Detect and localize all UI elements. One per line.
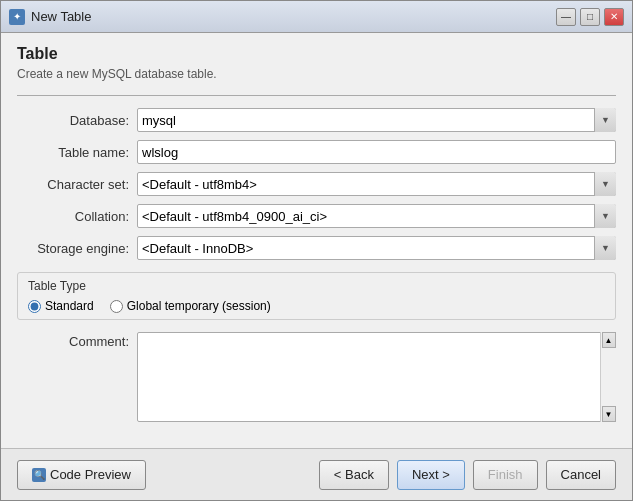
storage-engine-select[interactable]: <Default - InnoDB>: [137, 236, 616, 260]
database-label: Database:: [17, 113, 137, 128]
cancel-button[interactable]: Cancel: [546, 460, 616, 490]
character-set-select[interactable]: <Default - utf8mb4>: [137, 172, 616, 196]
radio-standard[interactable]: [28, 300, 41, 313]
minimize-button[interactable]: —: [556, 8, 576, 26]
code-preview-label: Code Preview: [50, 467, 131, 482]
back-label: < Back: [334, 467, 374, 482]
collation-select[interactable]: <Default - utf8mb4_0900_ai_ci>: [137, 204, 616, 228]
collation-row: Collation: <Default - utf8mb4_0900_ai_ci…: [17, 204, 616, 228]
dialog-content: Table Create a new MySQL database table.…: [1, 33, 632, 448]
maximize-button[interactable]: □: [580, 8, 600, 26]
section-description: Create a new MySQL database table.: [17, 67, 616, 81]
scrollbar: ▲ ▼: [600, 332, 616, 422]
title-bar: ✦ New Table — □ ✕: [1, 1, 632, 33]
radio-standard-label[interactable]: Standard: [28, 299, 94, 313]
character-set-label: Character set:: [17, 177, 137, 192]
button-bar: 🔍 Code Preview < Back Next > Finish Canc…: [1, 448, 632, 500]
collation-label: Collation:: [17, 209, 137, 224]
finish-button[interactable]: Finish: [473, 460, 538, 490]
next-label: Next >: [412, 467, 450, 482]
table-type-title: Table Type: [28, 279, 605, 293]
scroll-up-button[interactable]: ▲: [602, 332, 616, 348]
collation-select-wrapper: <Default - utf8mb4_0900_ai_ci> ▼: [137, 204, 616, 228]
form-area: Database: mysql ▼ Table name: Character …: [17, 95, 616, 422]
database-select[interactable]: mysql: [137, 108, 616, 132]
radio-global-temp-label[interactable]: Global temporary (session): [110, 299, 271, 313]
window-title: New Table: [31, 9, 556, 24]
radio-global-temp-text: Global temporary (session): [127, 299, 271, 313]
database-row: Database: mysql ▼: [17, 108, 616, 132]
storage-engine-row: Storage engine: <Default - InnoDB> ▼: [17, 236, 616, 260]
comment-textarea[interactable]: [137, 332, 616, 422]
radio-global-temp[interactable]: [110, 300, 123, 313]
storage-engine-label: Storage engine:: [17, 241, 137, 256]
back-button[interactable]: < Back: [319, 460, 389, 490]
window-controls: — □ ✕: [556, 8, 624, 26]
table-name-label: Table name:: [17, 145, 137, 160]
radio-standard-text: Standard: [45, 299, 94, 313]
table-name-input[interactable]: [137, 140, 616, 164]
cancel-label: Cancel: [561, 467, 601, 482]
close-button[interactable]: ✕: [604, 8, 624, 26]
table-type-group: Table Type Standard Global temporary (se…: [17, 272, 616, 320]
comment-wrapper: ▲ ▼: [137, 332, 616, 422]
finish-label: Finish: [488, 467, 523, 482]
comment-row: Comment: ▲ ▼: [17, 332, 616, 422]
character-set-select-wrapper: <Default - utf8mb4> ▼: [137, 172, 616, 196]
character-set-row: Character set: <Default - utf8mb4> ▼: [17, 172, 616, 196]
table-name-row: Table name:: [17, 140, 616, 164]
comment-label: Comment:: [17, 332, 137, 349]
scroll-down-button[interactable]: ▼: [602, 406, 616, 422]
storage-engine-select-wrapper: <Default - InnoDB> ▼: [137, 236, 616, 260]
next-button[interactable]: Next >: [397, 460, 465, 490]
main-window: ✦ New Table — □ ✕ Table Create a new MyS…: [0, 0, 633, 501]
database-select-wrapper: mysql ▼: [137, 108, 616, 132]
code-preview-button[interactable]: 🔍 Code Preview: [17, 460, 146, 490]
code-preview-icon: 🔍: [32, 468, 46, 482]
window-icon: ✦: [9, 9, 25, 25]
section-title: Table: [17, 45, 616, 63]
radio-row: Standard Global temporary (session): [28, 299, 605, 313]
